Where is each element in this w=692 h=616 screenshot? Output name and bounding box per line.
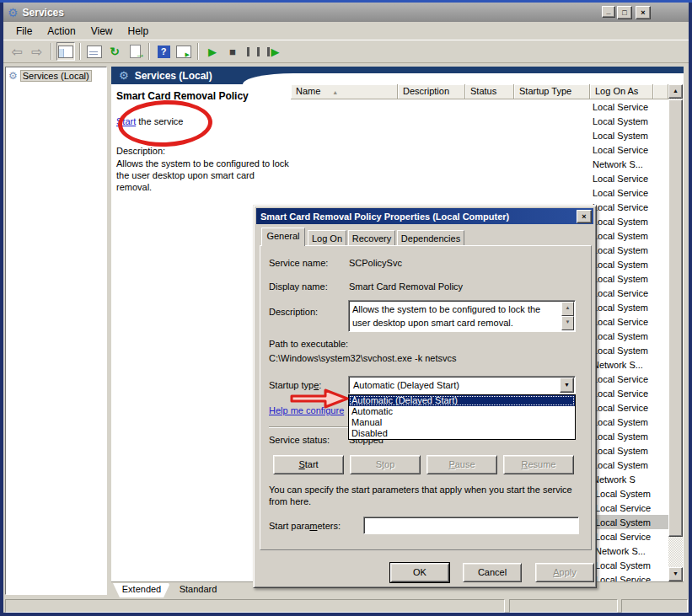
cell-log-on-as: Local System <box>593 274 648 284</box>
service-status-label: Service status: <box>269 435 330 445</box>
help-button[interactable]: ? <box>154 42 173 61</box>
resume-button[interactable]: Resume <box>503 455 574 474</box>
description-textbox-value: Allows the system to be configured to lo… <box>352 303 548 329</box>
table-row-partial[interactable]: Local System <box>291 114 668 128</box>
dialog-title: Smart Card Removal Policy Properties (Lo… <box>260 212 509 222</box>
back-button[interactable]: ⇦ <box>8 42 26 61</box>
description-textbox[interactable]: Allows the system to be configured to lo… <box>348 300 576 332</box>
cell-log-on-as: Local System <box>590 560 653 570</box>
refresh-button[interactable]: ↻ <box>105 42 124 61</box>
ok-button[interactable]: OK <box>390 563 449 582</box>
tab-extended[interactable]: Extended <box>113 583 170 597</box>
stop-service-button[interactable]: ■ <box>223 42 242 61</box>
cell-log-on-as: Local System <box>593 303 648 313</box>
column-header-startup-type[interactable]: Startup Type <box>514 84 590 99</box>
startup-type-combobox[interactable]: Automatic (Delayed Start) ▼ <box>348 376 576 394</box>
dropdown-option-automatic-delayed[interactable]: Automatic (Delayed Start) <box>349 395 575 406</box>
menu-file[interactable]: File <box>8 24 40 39</box>
dialog-description-label: Description: <box>269 307 318 317</box>
service-name-label: Service name: <box>269 258 328 268</box>
status-bar <box>3 597 689 613</box>
column-header-status[interactable]: Status <box>465 84 514 99</box>
tab-dependencies[interactable]: Dependencies <box>397 230 464 246</box>
tab-recovery[interactable]: Recovery <box>348 230 395 246</box>
cell-log-on-as: Local Service <box>593 202 648 212</box>
scroll-down-button[interactable]: ▼ <box>668 567 683 581</box>
tree-item-services-local[interactable]: Services (Local) <box>7 70 105 82</box>
pane-header-title: Services (Local) <box>135 70 212 82</box>
table-row-partial[interactable]: Network S... <box>291 157 668 171</box>
combobox-dropdown-icon[interactable]: ▼ <box>560 378 574 393</box>
menu-view[interactable]: View <box>83 24 121 39</box>
forward-icon: ⇨ <box>31 44 42 60</box>
cell-log-on-as: Network S... <box>593 159 643 169</box>
start-service-button[interactable]: ▶ <box>203 42 222 61</box>
column-header-name[interactable]: Name▲ <box>291 84 398 99</box>
export-list-button[interactable]: → <box>126 42 144 61</box>
table-row-partial[interactable]: Local System <box>291 128 668 142</box>
scroll-down-icon[interactable]: ▼ <box>561 316 574 330</box>
dialog-titlebar[interactable]: Smart Card Removal Policy Properties (Lo… <box>256 208 593 224</box>
column-header-filler <box>653 84 668 99</box>
toolbar-separator <box>197 43 199 60</box>
properties-button[interactable] <box>85 42 104 61</box>
start-button[interactable]: Start <box>273 455 344 474</box>
path-to-executable-label: Path to executable: <box>269 339 348 349</box>
window-titlebar[interactable]: Services <box>3 3 689 22</box>
console-tree-icon <box>58 46 73 58</box>
dialog-close-button[interactable]: × <box>577 210 592 223</box>
pause-service-button[interactable] <box>244 42 262 61</box>
table-row-partial[interactable]: Local Service <box>291 99 668 114</box>
extended-view-button[interactable]: ▶ <box>174 42 193 61</box>
cell-log-on-as: Local System <box>593 245 648 255</box>
dropdown-option-automatic[interactable]: Automatic <box>349 406 575 417</box>
tab-standard[interactable]: Standard <box>169 583 228 597</box>
cell-log-on-as: Local Service <box>590 503 653 513</box>
column-header-description[interactable]: Description <box>398 84 465 99</box>
window-controls: _ □ × <box>600 6 651 19</box>
start-parameters-input[interactable] <box>363 517 579 534</box>
list-header: Name▲ Description Status Startup Type Lo… <box>291 84 684 99</box>
cell-log-on-as: Local System <box>590 517 653 528</box>
cell-log-on-as: Local Service <box>593 188 648 198</box>
menu-action[interactable]: Action <box>40 24 83 39</box>
start-service-icon: ▶ <box>208 46 217 58</box>
scroll-up-button[interactable]: ▲ <box>668 84 683 99</box>
services-gear-icon <box>119 69 129 82</box>
cell-log-on-as: Local System <box>590 489 653 499</box>
minimize-button[interactable]: _ <box>602 6 615 18</box>
cell-log-on-as: Local System <box>593 331 648 341</box>
service-name-value: SCPolicySvc <box>349 258 402 268</box>
menu-help[interactable]: Help <box>121 24 157 39</box>
apply-button[interactable]: Apply <box>535 563 594 582</box>
toolbar: ⇦ ⇨ ↻ → ? ▶ ▶ ■ ▶ <box>3 40 689 63</box>
tab-log-on[interactable]: Log On <box>308 230 346 246</box>
maximize-button[interactable]: □ <box>617 6 632 19</box>
export-list-icon: → <box>130 45 141 58</box>
vertical-scrollbar[interactable]: ▲ ▼ <box>668 84 683 581</box>
table-row-partial[interactable]: Local Service <box>291 185 668 200</box>
table-row-partial[interactable]: Local Service <box>291 142 668 157</box>
tab-general[interactable]: General <box>261 228 305 246</box>
properties-icon <box>87 46 102 58</box>
extended-view-curve <box>243 73 684 84</box>
cell-log-on-as: Local Service <box>590 532 653 542</box>
show-console-tree-button[interactable] <box>56 42 75 61</box>
dropdown-option-manual[interactable]: Manual <box>349 417 575 428</box>
pause-button[interactable]: Pause <box>426 455 497 474</box>
start-parameters-note: You can specify the start parameters tha… <box>269 484 584 507</box>
close-button[interactable]: × <box>636 6 651 19</box>
cell-log-on-as: Local Service <box>590 575 653 582</box>
stop-button[interactable]: Stop <box>350 455 421 474</box>
cell-log-on-as: Local Service <box>593 317 648 327</box>
forward-button[interactable]: ⇨ <box>28 42 46 61</box>
toolbar-separator <box>79 43 81 60</box>
cancel-button[interactable]: Cancel <box>463 563 522 582</box>
restart-service-button[interactable]: ▶ <box>264 42 282 61</box>
scrollbar-thumb[interactable] <box>668 99 683 537</box>
dropdown-option-disabled[interactable]: Disabled <box>349 428 575 439</box>
status-cell <box>5 599 505 613</box>
scroll-up-icon[interactable]: ▲ <box>561 302 574 316</box>
table-row-partial[interactable]: Local Service <box>291 171 668 185</box>
column-header-log-on-as[interactable]: Log On As <box>590 84 653 99</box>
